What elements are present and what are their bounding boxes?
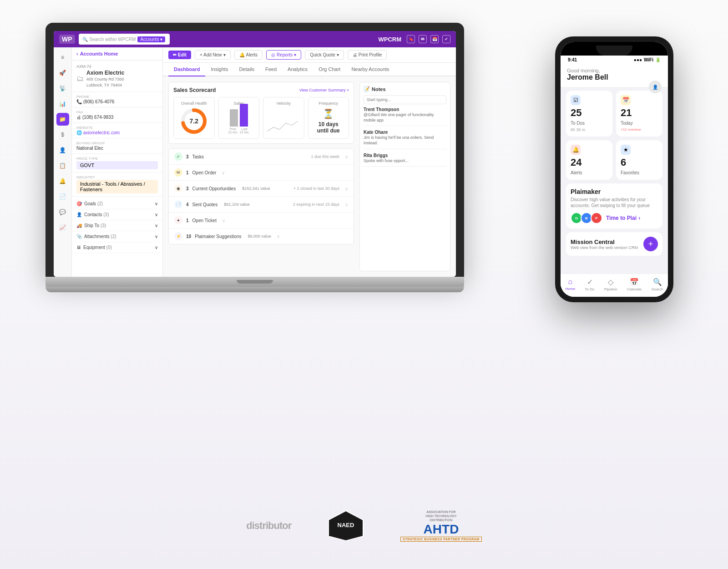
bookmark-icon[interactable]: 🔖 [407, 35, 415, 43]
calendar-icon[interactable]: 📅 [430, 35, 439, 43]
mission-plus-button[interactable]: + [643, 237, 658, 251]
stat-today[interactable]: 📅 21 Today +12 overdue [616, 91, 662, 137]
tab-analytics[interactable]: Analytics [282, 63, 313, 76]
task-row-plaimaker[interactable]: ⚡ 10 Plaimaker Suggestions $9,000 value … [169, 229, 354, 244]
sidebar-icon-analytics[interactable]: 📈 [56, 221, 69, 234]
scorecard-metrics: Overall Health 7.2 [173, 97, 349, 139]
frequency-label: Frequency [312, 101, 345, 106]
overall-health-card: Overall Health 7.2 [173, 97, 215, 139]
account-name: Axiom Electric [86, 70, 124, 76]
task-row-opportunities[interactable]: ◉ 3 Current Opportunities $152,341 value… [169, 181, 354, 197]
tasks-label: Tasks [192, 154, 204, 159]
view-customer-summary-link[interactable]: View Customer Summary » [299, 88, 349, 92]
notes-panel: 📝 Notes Trent Thompson @Gillard We one-p… [359, 82, 450, 271]
note-item-1: Trent Thompson @Gillard We one-pager of … [364, 107, 446, 126]
check-icon[interactable]: ✓ [442, 35, 450, 43]
distributor-logo: distributor [246, 520, 291, 532]
tab-details[interactable]: Details [233, 63, 260, 76]
reports-button[interactable]: ◎ Reports ▾ [266, 50, 301, 60]
nav-equipment[interactable]: 🖥 Equipment (0) ∨ [72, 242, 162, 253]
tab-feed[interactable]: Feed [260, 63, 282, 76]
phone-avatar[interactable]: 👤 [649, 81, 662, 93]
sidebar-icon-chat[interactable]: 💬 [56, 206, 69, 218]
mail-icon[interactable]: ✉ [419, 35, 427, 43]
sidebar-icon-person[interactable]: 👤 [56, 144, 69, 157]
phone-nav-todo[interactable]: ✓ To Do [585, 278, 595, 291]
health-donut-chart: 7.2 [180, 107, 207, 135]
quick-quote-button[interactable]: Quick Quote ▾ [305, 50, 344, 60]
phone-bottom-nav: ⌂ Home ✓ To Do ◇ Pipeline 📅 [561, 274, 668, 297]
calendar-nav-label: Calendar [627, 287, 642, 291]
tab-org-chart[interactable]: Org Chart [313, 63, 346, 76]
fax-label: Fax [76, 110, 158, 114]
action-bar: ✏ Edit + Add New ▾ 🔔 Alerts [163, 47, 456, 63]
price-type-section: Price Type GOVT [72, 154, 162, 173]
search-placeholder: Search within WPCRM [90, 37, 136, 42]
search-dropdown[interactable]: Accounts ▾ [137, 36, 165, 42]
phone-nav-search[interactable]: 🔍 Search [652, 278, 663, 291]
sidebar-icon-nav[interactable]: ≡ [56, 51, 69, 64]
opp-label: Current Opportunities [192, 186, 236, 191]
alerts-button[interactable]: 🔔 Alerts [234, 50, 263, 60]
phone-nav-home[interactable]: ⌂ Home [566, 278, 575, 291]
search-bar[interactable]: 🔍 Search within WPCRM Accounts ▾ [79, 34, 170, 45]
topbar-icons: 🔖 ✉ 📅 ✓ [407, 35, 450, 43]
notes-input[interactable] [364, 95, 446, 104]
nav-attachments[interactable]: 📎 Attachments (2) ∨ [72, 231, 162, 242]
task-row-tasks[interactable]: ✓ 3 Tasks 1 due this week ∨ [169, 149, 354, 165]
task-row-ticket[interactable]: ● 1 Open Ticket ∨ [169, 213, 354, 229]
chevron-down-icon2: ∨ [155, 212, 158, 217]
sidebar-icon-invoice[interactable]: 📋 [56, 159, 69, 172]
phone-icon: 📞 [76, 99, 82, 104]
calendar-nav-icon: 📅 [630, 278, 639, 286]
sidebar-icon-folder[interactable]: 📁 [56, 113, 69, 126]
breadcrumb[interactable]: ‹ Accounts Home [72, 47, 162, 61]
order-chevron-icon: ∨ [222, 170, 225, 175]
tab-nearby-accounts[interactable]: Nearby Accounts [346, 63, 394, 76]
sidebar-icon-chart[interactable]: 📊 [56, 97, 69, 110]
tab-dashboard[interactable]: Dashboard [168, 63, 205, 76]
ticket-count: 1 [186, 218, 189, 223]
crm-topbar: WP 🔍 Search within WPCRM Accounts ▾ WPCR… [54, 31, 456, 47]
sidebar-icon-rocket[interactable]: 🚀 [56, 66, 69, 79]
task-row-order[interactable]: ✉ 1 Open Order ∨ [169, 165, 354, 181]
nav-shipto[interactable]: 🚚 Ship To (3) ∨ [72, 220, 162, 231]
nav-goals[interactable]: 🎯 Goals (2) ∨ [72, 198, 162, 209]
alerts-number: 24 [571, 157, 608, 168]
phone-label: Phone [76, 95, 158, 99]
nav-contacts[interactable]: 👤 Contacts (3) ∨ [72, 209, 162, 220]
print-profile-button[interactable]: 🖨 Print Profile [348, 50, 387, 60]
tab-insights[interactable]: Insights [205, 63, 233, 76]
stat-alerts[interactable]: 🔔 24 Alerts [566, 140, 612, 180]
plaimaker-desc: Discover high value activities for your … [571, 197, 658, 208]
phone-status-icons: ●●● WiFi 🔋 [634, 57, 661, 62]
plaimaker-cta: G B P Time to Plai › [571, 212, 658, 224]
phone-number: (806) 676-4076 [83, 99, 114, 104]
note-item-2: Kate Ohare Jim is having he'll be una or… [364, 130, 446, 149]
tasks-count: 3 [186, 154, 189, 159]
sidebar-icons: ≡ 🚀 📡 📊 📁 $ 👤 📋 🔔 📄 💬 📈 [54, 47, 72, 277]
chevron-down-icon4: ∨ [155, 234, 158, 239]
phone-nav-calendar[interactable]: 📅 Calendar [627, 278, 642, 291]
stat-favorites[interactable]: ★ 6 Favorites [616, 140, 662, 180]
quotes-icon: 📄 [174, 200, 182, 208]
mission-section[interactable]: Mission Central Web view from the web ve… [566, 232, 662, 256]
dropdown-label: Accounts [140, 37, 159, 42]
back-arrow-icon[interactable]: ‹ [76, 51, 78, 56]
phone-nav-pipeline[interactable]: ◇ Pipeline [604, 278, 617, 291]
mission-title: Mission Central [571, 239, 638, 245]
sidebar-icon-doc[interactable]: 📄 [56, 190, 69, 203]
edit-button[interactable]: ✏ Edit [168, 51, 191, 59]
add-new-button[interactable]: + Add New ▾ [195, 50, 231, 60]
phone-top [561, 42, 668, 56]
task-row-quotes[interactable]: 📄 4 Sent Quotes $62,104 value 2 expiring… [169, 197, 354, 213]
stat-todos[interactable]: ☑ 25 To Dos 6h 30 m [566, 91, 612, 137]
plaimaker-cta-button[interactable]: Time to Plai › [606, 215, 640, 221]
sidebar-icon-dollar[interactable]: $ [56, 128, 69, 141]
sidebar-icon-feed[interactable]: 📡 [56, 82, 69, 95]
note-item-3: Rita Briggs Spoke with fuse opport... [364, 153, 446, 167]
tab-bar: Dashboard Insights Details Feed Analytic… [163, 63, 456, 76]
naed-logo-svg: NAED [328, 510, 364, 542]
sidebar-icon-bell[interactable]: 🔔 [56, 175, 69, 188]
website-url[interactable]: axiomelectric.com [83, 130, 120, 135]
